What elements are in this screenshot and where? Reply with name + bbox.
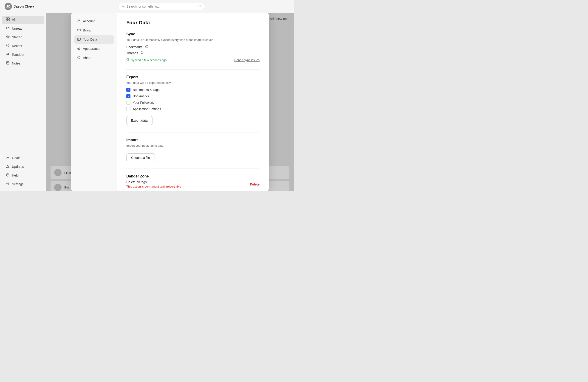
export-label-bookmarks-tags: Bookmarks & Tags xyxy=(133,88,159,92)
unread-icon xyxy=(6,26,10,31)
checkbox-bookmarks[interactable] xyxy=(126,94,130,98)
danger-zone-section: Danger Zone Delete all tags This action … xyxy=(126,174,260,188)
export-data-button[interactable]: Export data xyxy=(126,116,152,125)
svg-point-28 xyxy=(79,57,79,57)
export-option-app-settings[interactable]: Application Settings xyxy=(126,107,260,111)
sidebar-item-help[interactable]: Help xyxy=(2,171,44,180)
sidebar-item-goals[interactable]: Goals xyxy=(2,154,44,162)
avatar: JC xyxy=(5,3,12,10)
svg-point-18 xyxy=(7,183,8,184)
sidebar-item-random[interactable]: Random xyxy=(2,51,44,59)
svg-line-1 xyxy=(124,6,125,7)
modal-sidebar-your-data-label: Your Data xyxy=(83,38,97,41)
checkbox-app-settings[interactable] xyxy=(126,107,130,111)
modal-sidebar-about[interactable]: About xyxy=(74,54,114,62)
settings-icon xyxy=(6,182,10,186)
modal-title: Your Data xyxy=(126,20,260,26)
export-label-followers: Your Followers xyxy=(133,101,154,104)
sidebar-item-starred[interactable]: Starred xyxy=(2,33,44,41)
sync-threads-icon xyxy=(140,51,144,55)
report-sync-link[interactable]: Report sync issues xyxy=(234,58,260,62)
checkbox-bookmarks-tags[interactable] xyxy=(126,88,130,92)
svg-point-25 xyxy=(79,48,80,49)
delete-link[interactable]: Delete xyxy=(250,182,260,186)
sidebar-label-updates: Updates xyxy=(12,165,24,168)
account-icon xyxy=(77,19,81,23)
filter-icon[interactable] xyxy=(199,4,202,8)
sync-section: Sync Your data is automatically synced e… xyxy=(126,32,260,62)
svg-marker-15 xyxy=(6,165,9,168)
random-icon xyxy=(6,52,10,57)
main-content: + Add new note Finding product market fi… xyxy=(46,13,294,191)
synced-check-icon xyxy=(126,58,129,62)
checkbox-followers[interactable] xyxy=(126,101,130,105)
svg-rect-12 xyxy=(6,61,9,64)
modal-sidebar-billing[interactable]: Billing xyxy=(74,26,114,34)
notes-icon xyxy=(6,61,10,66)
export-option-bookmarks[interactable]: Bookmarks xyxy=(126,94,260,98)
svg-rect-7 xyxy=(6,20,8,21)
modal-sidebar-account[interactable]: Account xyxy=(74,17,114,25)
user-profile[interactable]: JC Jason Chew xyxy=(5,3,34,10)
sidebar-item-all[interactable]: All xyxy=(2,16,44,24)
user-name: Jason Chew xyxy=(14,4,34,8)
sidebar-item-recent[interactable]: Recent xyxy=(2,42,44,50)
sync-footer: Synced a few seconds ago Report sync iss… xyxy=(126,58,260,62)
sidebar-label-goals: Goals xyxy=(12,156,21,160)
modal-overlay: Account Billing Yo xyxy=(46,13,294,191)
modal-sidebar-your-data[interactable]: Your Data xyxy=(74,35,114,44)
sidebar-label-all: All xyxy=(12,18,16,21)
export-label-app-settings: Application Settings xyxy=(133,107,161,111)
sync-bookmarks-label: Bookmarks xyxy=(126,45,142,49)
starred-icon xyxy=(6,35,10,40)
billing-icon xyxy=(77,28,81,32)
settings-modal: Account Billing Yo xyxy=(71,13,269,191)
svg-rect-8 xyxy=(8,20,9,21)
sidebar-item-updates[interactable]: Updates xyxy=(2,162,44,171)
sidebar-item-unread[interactable]: Unread xyxy=(2,24,44,33)
danger-warning: This action is permanent and irreversabl… xyxy=(126,185,181,188)
search-icon xyxy=(122,4,125,8)
sidebar-label-starred: Starred xyxy=(12,35,22,39)
search-bar[interactable] xyxy=(118,3,205,10)
sidebar-item-settings[interactable]: Settings xyxy=(2,180,44,188)
sync-threads-label: Threads xyxy=(126,51,138,55)
divider-3 xyxy=(126,168,260,169)
sidebar: All Unread Starred Recent Ra xyxy=(0,13,46,191)
danger-row: Delete all tags This action is permanent… xyxy=(126,180,260,188)
svg-point-24 xyxy=(78,47,80,50)
export-title: Export xyxy=(126,75,260,79)
appearance-icon xyxy=(77,47,81,51)
choose-file-button[interactable]: Choose a file xyxy=(126,153,155,162)
sidebar-label-recent: Recent xyxy=(12,44,22,48)
svg-rect-6 xyxy=(8,18,9,19)
synced-label: Synced a few seconds ago xyxy=(131,58,167,62)
recent-icon xyxy=(6,44,10,48)
search-input[interactable] xyxy=(126,5,197,8)
danger-action-label: Delete all tags xyxy=(126,180,181,184)
help-icon xyxy=(6,173,10,178)
svg-marker-10 xyxy=(6,35,9,38)
modal-sidebar-appearance[interactable]: Appearance xyxy=(74,44,114,53)
export-label-bookmarks: Bookmarks xyxy=(133,94,149,98)
modal-main-content: Your Data Sync Your data is automaticall… xyxy=(117,13,269,191)
modal-sidebar-about-label: About xyxy=(83,56,91,60)
sync-description: Your data is automatically synced every … xyxy=(126,38,260,41)
danger-zone-title: Danger Zone xyxy=(126,174,260,178)
goals-icon xyxy=(6,156,10,160)
updates-icon xyxy=(6,164,10,169)
svg-point-0 xyxy=(122,5,124,7)
export-option-followers[interactable]: Your Followers xyxy=(126,101,260,105)
import-title: Import xyxy=(126,138,260,142)
svg-rect-22 xyxy=(77,38,80,40)
svg-rect-20 xyxy=(77,29,80,31)
sidebar-label-help: Help xyxy=(12,174,19,177)
sidebar-label-settings: Settings xyxy=(12,182,24,186)
sidebar-item-notes[interactable]: Notes xyxy=(2,59,44,67)
sidebar-label-notes: Notes xyxy=(12,61,21,65)
export-option-bookmarks-tags[interactable]: Bookmarks & Tags xyxy=(126,88,260,92)
modal-sidebar-appearance-label: Appearance xyxy=(83,47,100,51)
topbar: JC Jason Chew xyxy=(0,0,294,13)
sync-threads-row: Threads xyxy=(126,51,260,55)
danger-left: Delete all tags This action is permanent… xyxy=(126,180,181,188)
